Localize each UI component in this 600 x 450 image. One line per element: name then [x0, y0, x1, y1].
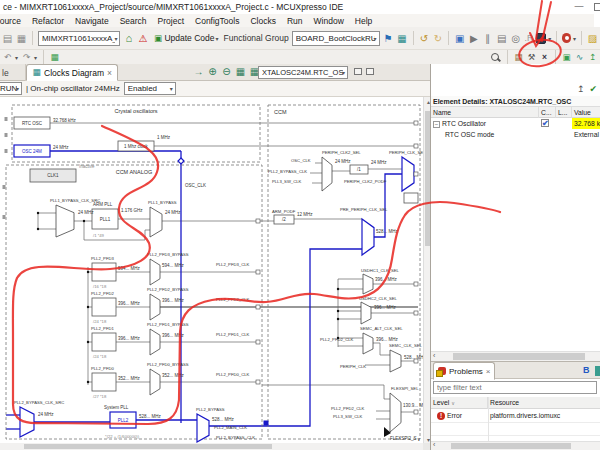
menu-clocks[interactable]: Clocks — [250, 16, 276, 26]
expander-icon[interactable]: − — [433, 121, 440, 128]
scrollbar-thumb[interactable] — [453, 353, 585, 360]
problems-horizontal-scrollbar[interactable]: ‹ — [431, 441, 600, 450]
menu-search[interactable]: Search — [120, 16, 147, 26]
clocks-tool-icon[interactable] — [536, 33, 546, 44]
debug-icon[interactable]: ▣ — [454, 32, 465, 45]
menu-navigate[interactable]: Navigate — [75, 16, 109, 26]
pll2-pfd3-bypass-mux[interactable] — [150, 259, 160, 285]
tools-icon[interactable]: ⚒ — [527, 51, 536, 64]
home-icon[interactable]: ⌂ — [123, 32, 134, 45]
value-cell[interactable]: External cr... — [572, 129, 600, 140]
clipped-toolbar-icon[interactable] — [595, 366, 600, 376]
minimize-view-icon[interactable] — [354, 68, 362, 75]
run-mode-combo[interactable]: RUN ▾ — [0, 82, 22, 95]
menu-project[interactable]: Project — [158, 16, 184, 26]
scroll-left-icon[interactable]: ‹ — [433, 441, 435, 448]
pll2-pfd2-block[interactable] — [92, 298, 116, 316]
problems-filter-input[interactable] — [433, 381, 597, 394]
palette-icon[interactable]: ▨ — [587, 32, 598, 45]
flexspi-sel-mux[interactable] — [390, 393, 401, 432]
update-alert-icon[interactable]: ⚠ — [137, 32, 148, 45]
usdhc1-clk-sel-mux[interactable] — [363, 274, 373, 294]
scroll-left-icon[interactable]: ‹ — [433, 352, 435, 359]
save-icon[interactable]: ▤ — [2, 32, 13, 45]
collapse-all-icon[interactable]: ↥ — [577, 84, 585, 94]
table-row[interactable]: −RTC Oscillator ✔ 32.768 kHz — [431, 118, 600, 129]
configure-cell[interactable]: ✔ — [539, 118, 556, 129]
checkbox-checked-icon[interactable]: ✔ — [541, 119, 549, 127]
new-config-icon[interactable]: ▦ — [50, 51, 59, 64]
pll2-pfd1-block[interactable] — [92, 333, 116, 351]
menu-source[interactable]: Source — [0, 16, 21, 26]
col-lock[interactable]: L... — [556, 107, 572, 118]
menu-help[interactable]: Help — [355, 16, 372, 26]
fit-screen-icon[interactable]: ▦ — [235, 65, 246, 78]
memory-icon[interactable]: ▤ — [496, 32, 507, 45]
run-icon[interactable]: ▶ — [468, 32, 479, 45]
semc-clk-sel-mux[interactable] — [390, 350, 401, 372]
osc-enabled-combo[interactable]: Enabled ▾ — [124, 82, 176, 95]
table-row[interactable]: RTC OSC mode External cr... — [431, 129, 600, 140]
menu-configtools[interactable]: ConfigTools — [195, 16, 239, 26]
close-icon[interactable]: × — [486, 367, 491, 376]
col-value[interactable]: Value — [572, 107, 600, 118]
pre-periph-clk-sel-mux[interactable] — [362, 219, 374, 255]
pll2-bypass-mux[interactable] — [197, 414, 209, 442]
clocks-diagram-canvas[interactable]: Crystal oscillatorsCCM ANALOGCCMRTC OSCO… — [0, 97, 423, 443]
pll2-pfd2-bypass-mux[interactable] — [150, 294, 160, 320]
pins-icon[interactable]: ↥ — [588, 51, 597, 64]
element-select-combo[interactable]: XTALOSC24M.RTC_OSC ▾ — [258, 66, 348, 79]
menu-run[interactable]: Run — [287, 16, 303, 26]
pll2-pfd0-block[interactable] — [92, 373, 116, 391]
forward-icon[interactable]: ↷ — [22, 51, 31, 64]
zoom-out-icon[interactable]: ⊖ — [221, 65, 232, 78]
minimize-button[interactable]: — — [572, 0, 586, 12]
diagram-horizontal-scrollbar[interactable] — [0, 443, 423, 450]
pll2-pfd3-block[interactable] — [92, 263, 116, 281]
chevron-down-icon[interactable]: ▾ — [34, 54, 37, 61]
clocks-view-icon[interactable]: ∿ — [575, 51, 584, 64]
registers-tool-icon[interactable]: .R — [524, 32, 533, 45]
col-level[interactable]: Level ∨ — [431, 397, 488, 409]
scrollbar-thumb[interactable] — [451, 443, 571, 449]
redo-icon[interactable]: ↻ — [432, 32, 443, 45]
pll1-bypass-clk-src-mux[interactable] — [56, 205, 74, 237]
periph-clk2-sel-mux[interactable] — [322, 157, 332, 191]
close-icon[interactable]: × — [107, 68, 112, 78]
maximize-view-icon[interactable] — [366, 68, 374, 75]
zoom-in-icon[interactable]: ⊕ — [207, 65, 218, 78]
chevron-down-icon[interactable]: ▾ — [573, 35, 576, 42]
apply-check-icon[interactable]: ✔ — [589, 84, 597, 94]
update-code-button[interactable]: ▣ Update Code ▾ — [151, 30, 220, 47]
suspend-icon[interactable]: ∥ — [482, 32, 493, 45]
menu-window[interactable]: Window — [314, 16, 344, 26]
project-combo[interactable]: MIMXRT1061xxxxA_Project ▾ — [38, 31, 121, 46]
undo-icon[interactable]: ↺ — [418, 32, 429, 45]
value-cell[interactable]: 32.768 kHz — [572, 118, 600, 129]
pll1-bypass-mux[interactable] — [150, 207, 162, 237]
usdhc2-clk-sel-mux[interactable] — [361, 302, 371, 324]
tab-clocks-table[interactable]: le — [0, 64, 26, 81]
semc-alt-clk-sel-mux[interactable] — [363, 333, 373, 354]
chevron-down-icon[interactable]: ▾ — [548, 35, 551, 42]
chevron-down-icon[interactable]: ▾ — [15, 54, 18, 61]
save-all-icon[interactable]: ▦ — [16, 32, 27, 45]
back-icon[interactable]: ↶ — [3, 51, 12, 64]
pll2-pfd0-bypass-mux[interactable] — [150, 369, 160, 395]
copy-registers-icon[interactable]: ▤ — [514, 51, 523, 64]
col-resource[interactable]: Resource — [488, 397, 600, 409]
table-row[interactable]: ! Error platform.drivers.iomuxc — [431, 409, 600, 422]
col-configure[interactable]: C... — [539, 107, 556, 118]
key-icon[interactable] — [562, 33, 571, 43]
search-icon[interactable] — [490, 52, 501, 63]
peripherals-icon[interactable]: ▣ — [562, 51, 571, 64]
profile-icon[interactable]: ◎ — [510, 32, 521, 45]
console-icon[interactable]: ▦ — [397, 32, 408, 45]
goto-icon[interactable]: → — [193, 65, 204, 78]
functional-group-combo[interactable]: BOARD_BootClockRUN ▾ — [292, 31, 380, 46]
periph-clk-sel-mux[interactable] — [402, 157, 414, 191]
close-tool-icon[interactable]: × — [540, 51, 549, 64]
maximize-button[interactable] — [594, 3, 600, 11]
col-name[interactable]: Name — [431, 107, 539, 118]
tab-problems[interactable]: Problems × — [433, 362, 495, 380]
